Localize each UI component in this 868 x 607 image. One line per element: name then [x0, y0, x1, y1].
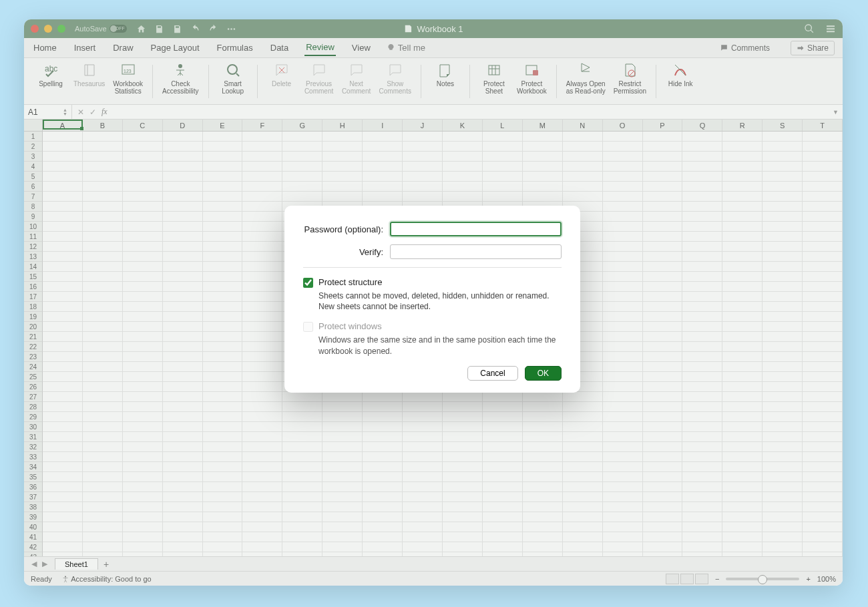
cell[interactable]: [83, 532, 123, 542]
cell[interactable]: [523, 502, 563, 512]
cell[interactable]: [763, 402, 803, 412]
cell[interactable]: [282, 532, 322, 542]
cell[interactable]: [83, 392, 123, 402]
cell[interactable]: [403, 432, 443, 442]
cell[interactable]: [682, 252, 722, 262]
cell[interactable]: [763, 262, 803, 272]
cell[interactable]: [163, 542, 203, 552]
cell[interactable]: [43, 152, 83, 162]
cell[interactable]: [163, 222, 203, 232]
cell[interactable]: [363, 442, 403, 452]
cell[interactable]: [203, 162, 243, 172]
cell[interactable]: [603, 502, 643, 512]
cell[interactable]: [643, 272, 683, 282]
cell[interactable]: [483, 552, 523, 556]
cell[interactable]: [603, 312, 643, 322]
cell[interactable]: [523, 512, 563, 522]
hide-ink-button[interactable]: Hide Ink: [666, 61, 695, 87]
cell[interactable]: [682, 132, 722, 142]
cell[interactable]: [443, 502, 483, 512]
cell[interactable]: [242, 402, 282, 412]
page-break-view-button[interactable]: [695, 574, 708, 584]
cell[interactable]: [123, 382, 163, 392]
cell[interactable]: [363, 132, 403, 142]
cell[interactable]: [763, 172, 803, 182]
cell[interactable]: [282, 452, 322, 462]
cell[interactable]: [722, 152, 763, 162]
cell[interactable]: [242, 542, 282, 552]
cell[interactable]: [763, 152, 803, 162]
cell[interactable]: [83, 192, 123, 202]
add-sheet-button[interactable]: +: [98, 559, 114, 570]
cell[interactable]: [123, 242, 163, 252]
cell[interactable]: [43, 442, 83, 452]
cell[interactable]: [203, 402, 243, 412]
cell[interactable]: [563, 142, 603, 152]
zoom-level[interactable]: 100%: [817, 575, 836, 583]
cell[interactable]: [603, 212, 643, 222]
cell[interactable]: [203, 132, 243, 142]
cell[interactable]: [203, 232, 243, 242]
cell[interactable]: [322, 402, 363, 412]
sheet-tab-1[interactable]: Sheet1: [55, 558, 98, 570]
cell[interactable]: [43, 412, 83, 422]
cell[interactable]: [603, 362, 643, 372]
cell[interactable]: [563, 552, 603, 556]
cell[interactable]: [242, 372, 282, 382]
cell[interactable]: [803, 202, 843, 212]
cell[interactable]: [722, 532, 763, 542]
cell[interactable]: [403, 502, 443, 512]
cell[interactable]: [403, 542, 443, 552]
cell[interactable]: [603, 482, 643, 492]
cell[interactable]: [803, 542, 843, 552]
cancel-button[interactable]: Cancel: [467, 366, 517, 381]
autosave-switch[interactable]: OFF: [110, 25, 127, 33]
cell[interactable]: [763, 552, 803, 556]
cell[interactable]: [682, 482, 722, 492]
row-header[interactable]: 14: [24, 262, 43, 272]
cell[interactable]: [603, 522, 643, 532]
cell[interactable]: [282, 522, 322, 532]
cell[interactable]: [443, 422, 483, 432]
cell[interactable]: [643, 142, 683, 152]
cell[interactable]: [483, 522, 523, 532]
cell[interactable]: [483, 152, 523, 162]
cell[interactable]: [603, 272, 643, 282]
sheet-prev-icon[interactable]: ◀: [29, 560, 39, 568]
cell[interactable]: [163, 342, 203, 352]
cell[interactable]: [203, 422, 243, 432]
cell[interactable]: [443, 472, 483, 482]
cell[interactable]: [403, 192, 443, 202]
cell[interactable]: [682, 372, 722, 382]
password-input[interactable]: [390, 222, 562, 236]
cell[interactable]: [643, 482, 683, 492]
cell[interactable]: [643, 222, 683, 232]
cell[interactable]: [163, 392, 203, 402]
cell[interactable]: [163, 262, 203, 272]
name-box[interactable]: A1 ▲▼: [24, 105, 72, 119]
cell[interactable]: [682, 392, 722, 402]
cell[interactable]: [643, 462, 683, 472]
cell[interactable]: [282, 412, 322, 422]
cell[interactable]: [282, 492, 322, 502]
cell[interactable]: [722, 242, 763, 252]
column-header[interactable]: K: [443, 120, 483, 131]
cell[interactable]: [722, 492, 763, 502]
cell[interactable]: [403, 522, 443, 532]
tab-insert[interactable]: Insert: [73, 40, 97, 55]
cell[interactable]: [682, 182, 722, 192]
cell[interactable]: [803, 442, 843, 452]
column-header[interactable]: F: [242, 120, 282, 131]
cell[interactable]: [322, 552, 363, 556]
cell[interactable]: [403, 512, 443, 522]
cell[interactable]: [163, 232, 203, 242]
cell[interactable]: [523, 422, 563, 432]
cell[interactable]: [203, 312, 243, 322]
cell[interactable]: [603, 302, 643, 312]
cell[interactable]: [163, 432, 203, 442]
cell[interactable]: [163, 212, 203, 222]
column-header[interactable]: S: [763, 120, 803, 131]
row-header[interactable]: 18: [24, 302, 43, 312]
cell[interactable]: [83, 292, 123, 302]
cell[interactable]: [123, 472, 163, 482]
